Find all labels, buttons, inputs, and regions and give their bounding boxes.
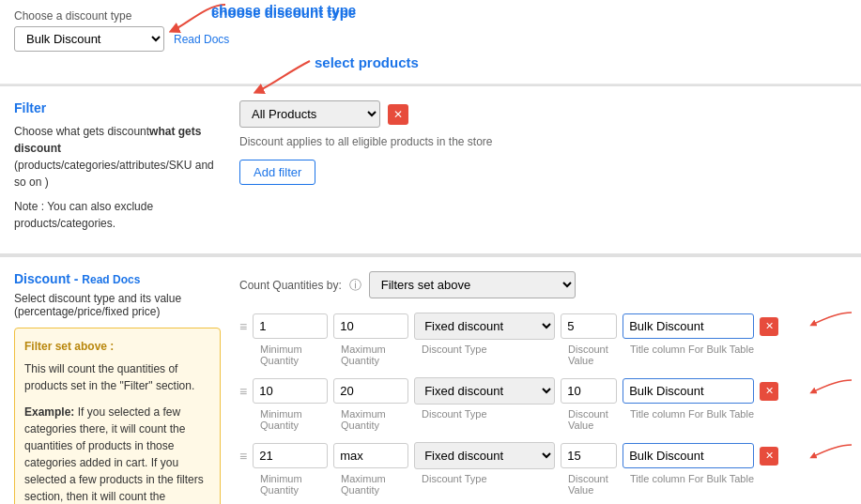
label-min-qty-1: Minimum Quantity bbox=[260, 344, 335, 366]
tier3-remove-button[interactable]: ✕ bbox=[760, 447, 778, 466]
tier1-discount-value[interactable] bbox=[561, 313, 617, 339]
label-title-3: Title column For Bulk Table bbox=[630, 473, 761, 496]
discount-description: Select discount type and its value (perc… bbox=[14, 292, 221, 318]
tier3-title[interactable] bbox=[623, 443, 754, 468]
drag-handle-2[interactable]: ≡ bbox=[239, 384, 247, 399]
filter-note-text: Note : You can also exclude products/cat… bbox=[14, 198, 221, 232]
filter-remove-button[interactable]: ✕ bbox=[388, 104, 408, 125]
yellow-box-title: Filter set above : bbox=[24, 340, 114, 353]
filter-left-panel: Filter Choose what gets discountwhat get… bbox=[14, 100, 221, 239]
tier2-arrow bbox=[786, 375, 861, 399]
tier3-labels: Minimum Quantity Maximum Quantity Discou… bbox=[239, 473, 847, 496]
label-title-1: Title column For Bulk Table bbox=[630, 344, 761, 366]
label-min-qty-2: Minimum Quantity bbox=[260, 408, 335, 431]
tier1-max-qty[interactable] bbox=[333, 313, 408, 339]
discount-right-panel: Count Quantities by: ⓘ Filters set above… bbox=[239, 271, 847, 504]
tier-row: ≡ Fixed discount ✕ Tier 2 bbox=[239, 377, 847, 405]
filter-applies-note: Discount applies to all eligible product… bbox=[239, 135, 847, 148]
discount-left-panel: Discount - Read Docs Select discount typ… bbox=[14, 271, 221, 504]
yellow-box-example-label: Example: bbox=[24, 405, 74, 419]
tier2-remove-button[interactable]: ✕ bbox=[760, 382, 778, 401]
label-discount-val-2: Discount Value bbox=[568, 408, 624, 431]
tier2-title[interactable] bbox=[623, 378, 754, 404]
filter-description: Choose what gets discountwhat gets disco… bbox=[14, 123, 221, 191]
tier2-max-qty[interactable] bbox=[333, 378, 408, 404]
label-title-2: Title column For Bulk Table bbox=[630, 408, 761, 431]
label-min-qty-3: Minimum Quantity bbox=[260, 473, 335, 496]
yellow-box-line1: This will count the quantities of produc… bbox=[24, 360, 210, 394]
tier2-min-qty[interactable] bbox=[253, 378, 328, 404]
filter-products-select[interactable]: All Products bbox=[239, 100, 380, 128]
label-max-qty-2: Maximum Quantity bbox=[341, 408, 416, 431]
label-discount-val-3: Discount Value bbox=[568, 473, 624, 496]
tier1-arrow bbox=[786, 308, 861, 331]
label-max-qty-1: Maximum Quantity bbox=[341, 344, 416, 366]
tier-row: ≡ Fixed discount ✕ Tier 1 bbox=[239, 313, 847, 340]
arrow-select-products bbox=[225, 52, 338, 99]
tier3-discount-value[interactable] bbox=[561, 443, 617, 468]
tier2-labels: Minimum Quantity Maximum Quantity Discou… bbox=[239, 408, 847, 431]
tiers-container: ≡ Fixed discount ✕ Tier 1 bbox=[239, 313, 847, 496]
count-qty-select[interactable]: Filters set above bbox=[369, 271, 576, 298]
tier1-min-qty[interactable] bbox=[253, 313, 328, 339]
tier1-title[interactable] bbox=[623, 313, 754, 339]
discount-heading: Discount - Read Docs bbox=[14, 271, 221, 286]
tier1-remove-button[interactable]: ✕ bbox=[760, 317, 778, 336]
info-icon: ⓘ bbox=[349, 277, 361, 294]
filter-set-above-box: Filter set above : This will count the q… bbox=[14, 328, 221, 504]
label-discount-type-2: Discount Type bbox=[422, 408, 562, 431]
tier2-discount-type[interactable]: Fixed discount bbox=[414, 377, 555, 405]
tier3-min-qty[interactable] bbox=[253, 443, 328, 468]
label-max-qty-3: Maximum Quantity bbox=[341, 473, 416, 496]
tier1-labels: Minimum Quantity Maximum Quantity Discou… bbox=[239, 344, 847, 366]
tier3-max-qty[interactable] bbox=[333, 443, 408, 468]
tier1-discount-type[interactable]: Fixed discount bbox=[414, 313, 555, 340]
choose-discount-annotation: choose discount type bbox=[211, 5, 356, 21]
filter-heading: Filter bbox=[14, 100, 221, 115]
drag-handle-1[interactable]: ≡ bbox=[239, 319, 247, 334]
label-discount-type-3: Discount Type bbox=[422, 473, 562, 496]
read-docs-discount-link[interactable]: Read Docs bbox=[82, 273, 140, 286]
filter-right-panel: All Products ✕ Discount applies to all e… bbox=[239, 100, 847, 239]
tier3-discount-type[interactable]: Fixed discount bbox=[414, 442, 555, 469]
tier-row: ≡ Fixed discount ✕ Tier 3 bbox=[239, 442, 847, 469]
drag-handle-3[interactable]: ≡ bbox=[239, 449, 247, 464]
tier3-arrow bbox=[786, 440, 861, 464]
yellow-box-example-text: If you selected a few categories there, … bbox=[24, 405, 204, 504]
label-discount-type-1: Discount Type bbox=[422, 344, 562, 366]
add-filter-button[interactable]: Add filter bbox=[239, 160, 315, 185]
count-qty-label: Count Quantities by: bbox=[239, 279, 342, 292]
tier2-discount-value[interactable] bbox=[561, 378, 617, 404]
label-discount-val-1: Discount Value bbox=[568, 344, 624, 366]
